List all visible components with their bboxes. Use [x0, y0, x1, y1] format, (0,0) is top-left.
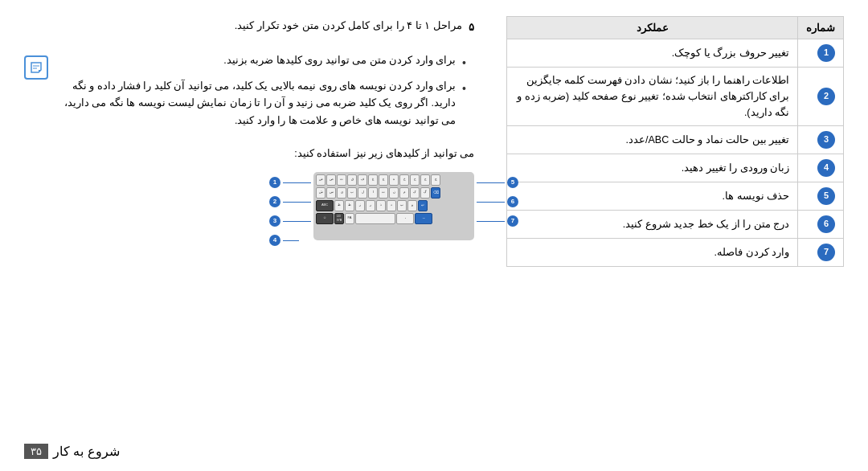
line-6	[477, 202, 505, 203]
circle-7: 7	[817, 244, 835, 261]
callout-6: 6	[477, 196, 518, 207]
right-section: ۵ مراحل ۱ تا ۴ را برای کامل کردن متن خود…	[24, 16, 474, 455]
table-row: 3 تغییر بین حالت نماد و حالت ABC/عدد.	[507, 126, 844, 154]
shortcut-intro: می توانید از کلیدهای زیر نیز استفاده کنی…	[24, 145, 474, 162]
callout-2: 2	[269, 196, 311, 207]
row-num-1: 1	[798, 39, 844, 68]
callout-3: 3	[269, 215, 311, 227]
table-row: 6 درج متن را از یک خط جدید شروع کنید.	[507, 211, 844, 239]
step-number: ۵	[469, 18, 474, 36]
keyboard-callout-area: ض ص ث ق ف غ ع ه خ ح ج چ	[313, 169, 474, 240]
line-5	[477, 182, 505, 183]
row-text-7: وارد کردن فاصله.	[507, 239, 798, 267]
col-header-num: شماره	[798, 17, 844, 39]
row-text-6: درج متن را از یک خط جدید شروع کنید.	[507, 211, 798, 239]
table-row: 4 زبان ورودی را تغییر دهید.	[507, 154, 844, 182]
row-num-6: 6	[798, 211, 844, 239]
callout-1: 1	[269, 177, 311, 188]
row-num-3: 3	[798, 126, 844, 154]
row-text-3: تغییر بین حالت نماد و حالت ABC/عدد.	[507, 126, 798, 154]
function-table: شماره عملکرد 1 تغییر حروف بزرگ یا کوچک. …	[506, 16, 844, 267]
row-num-2: 2	[798, 68, 844, 126]
circle-2: 2	[817, 88, 835, 105]
footer-text: شروع به کار	[53, 444, 120, 459]
col-header-action: عملکرد	[507, 17, 798, 39]
bullet-text-1: برای وارد کردن متن می توانید روی کلیدها …	[223, 52, 456, 69]
circle-1: 1	[817, 44, 835, 62]
line-2	[283, 202, 311, 203]
circle-6: 6	[817, 215, 835, 233]
keyboard-visual: ض ص ث ق ف غ ع ه خ ح ج چ	[313, 172, 474, 240]
row-num-4: 4	[798, 154, 844, 182]
note-icon	[24, 55, 48, 80]
shortcut-section: می توانید از کلیدهای زیر نیز استفاده کنی…	[24, 145, 474, 240]
footer-page-num: ۳۵	[24, 444, 48, 459]
step-text: مراحل ۱ تا ۴ را برای کامل کردن متن خود ت…	[235, 16, 462, 35]
line-7	[477, 221, 505, 222]
row-num-5: 5	[798, 182, 844, 211]
line-1	[283, 182, 311, 183]
bullet-item-2: • برای وارد کردن نویسه های روی نیمه بالا…	[56, 78, 466, 129]
row-text-1: تغییر حروف بزرگ یا کوچک.	[507, 39, 798, 68]
bullet-item-1: • برای وارد کردن متن می توانید روی کلیده…	[56, 52, 466, 73]
callout-4: 4	[269, 235, 311, 246]
row-text-5: حذف نویسه ها.	[507, 182, 798, 211]
line-3	[283, 221, 311, 222]
line-4	[283, 240, 299, 241]
bullet-list: • برای وارد کردن متن می توانید روی کلیده…	[56, 52, 474, 129]
bullet-text-2: برای وارد کردن نویسه های روی نیمه بالایی…	[56, 78, 456, 129]
row-text-2: اطلاعات راهنما را باز کنید؛ نشان دادن فه…	[507, 68, 798, 126]
callout-5: 5	[477, 177, 518, 188]
kb-body: ض ص ث ق ف غ ع ه خ ح ج چ	[313, 172, 474, 240]
table-row: 5 حذف نویسه ها.	[507, 182, 844, 211]
page-footer: شروع به کار ۳۵	[24, 444, 120, 459]
callout-7: 7	[477, 215, 518, 227]
circle-3: 3	[817, 131, 835, 149]
left-section: شماره عملکرد 1 تغییر حروف بزرگ یا کوچک. …	[506, 16, 844, 455]
table-row: 2 اطلاعات راهنما را باز کنید؛ نشان دادن …	[507, 68, 844, 126]
step-5-header: ۵ مراحل ۱ تا ۴ را برای کامل کردن متن خود…	[24, 16, 474, 36]
table-row: 7 وارد کردن فاصله.	[507, 239, 844, 267]
right-callouts: 5 6 7	[477, 177, 518, 227]
circle-4: 4	[817, 159, 835, 177]
left-callouts: 1 2 3 4	[269, 177, 311, 246]
row-text-4: زبان ورودی را تغییر دهید.	[507, 154, 798, 182]
circle-5: 5	[817, 187, 835, 205]
row-num-7: 7	[798, 239, 844, 267]
table-row: 1 تغییر حروف بزرگ یا کوچک.	[507, 39, 844, 68]
page-container: شماره عملکرد 1 تغییر حروف بزرگ یا کوچک. …	[0, 0, 868, 471]
